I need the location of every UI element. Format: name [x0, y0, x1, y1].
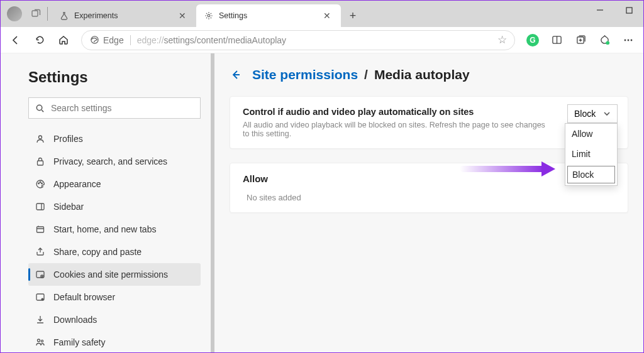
dropdown-option-allow[interactable]: Allow	[565, 124, 617, 144]
svg-point-12	[36, 105, 42, 110]
tab-settings[interactable]: Settings ✕	[196, 4, 341, 27]
svg-point-14	[39, 136, 42, 139]
share-icon	[35, 246, 46, 258]
maximize-button[interactable]	[614, 1, 643, 19]
main-panel: Site permissions / Media autoplay Contro…	[214, 53, 643, 352]
minimize-button[interactable]	[586, 1, 614, 19]
svg-rect-21	[37, 227, 44, 232]
svg-point-25	[42, 298, 44, 301]
svg-point-9	[625, 39, 626, 41]
permissions-icon	[35, 269, 46, 280]
svg-rect-22	[36, 271, 44, 278]
split-screen-icon[interactable]	[545, 29, 568, 52]
separator	[130, 35, 131, 45]
collections-icon[interactable]	[569, 29, 592, 52]
breadcrumb: Site permissions / Media autoplay	[230, 67, 628, 82]
dropdown-option-block[interactable]: Block	[567, 166, 615, 183]
dropdown-value: Block	[574, 109, 596, 119]
sidebar-item-profiles[interactable]: Profiles	[28, 128, 201, 150]
close-icon[interactable]: ✕	[321, 9, 333, 22]
settings-sidebar: Settings Search settings Profiles Privac…	[1, 53, 214, 352]
empty-message: No sites added	[243, 193, 615, 202]
svg-rect-3	[626, 8, 632, 13]
sidebar-item-privacy[interactable]: Privacy, search, and services	[28, 150, 201, 173]
lock-icon	[35, 156, 46, 167]
tab-title: Settings	[219, 11, 321, 20]
svg-point-8	[606, 41, 609, 45]
search-input[interactable]: Search settings	[28, 97, 201, 119]
more-menu-icon[interactable]	[617, 29, 640, 52]
svg-rect-15	[38, 161, 43, 165]
content-area: Settings Search settings Profiles Privac…	[1, 53, 643, 352]
sidebar-item-default-browser[interactable]: Default browser	[28, 286, 201, 308]
breadcrumb-link[interactable]: Site permissions	[252, 67, 358, 82]
back-arrow-icon[interactable]	[230, 68, 246, 81]
sidebar-item-appearance[interactable]: Appearance	[28, 173, 201, 195]
back-button[interactable]	[4, 29, 27, 52]
tab-strip: Experiments ✕ Settings ✕ +	[52, 1, 362, 27]
svg-point-11	[631, 39, 633, 41]
sidebar-item-cookies[interactable]: Cookies and site permissions	[28, 263, 201, 286]
svg-line-13	[42, 110, 43, 112]
settings-menu: Profiles Privacy, search, and services A…	[28, 128, 201, 353]
card-description: All audio and video playback will be blo…	[243, 121, 552, 138]
svg-point-18	[42, 183, 43, 184]
svg-rect-19	[36, 204, 44, 210]
profile-icon	[35, 133, 46, 144]
close-icon[interactable]: ✕	[176, 9, 189, 22]
download-icon	[35, 314, 46, 325]
family-icon	[35, 337, 46, 348]
breadcrumb-separator: /	[364, 67, 368, 82]
browser-toolbar: Edge edge://settings/content/mediaAutopl…	[1, 27, 643, 53]
url-text: edge://settings/content/mediaAutoplay	[137, 35, 286, 45]
sidebar-item-downloads[interactable]: Downloads	[28, 308, 201, 331]
section-title: Allow	[243, 173, 615, 184]
svg-point-27	[41, 340, 43, 342]
gear-icon	[204, 11, 214, 21]
tabs-icon	[35, 224, 46, 235]
edge-icon	[89, 35, 99, 45]
appearance-icon	[35, 178, 46, 190]
breadcrumb-current: Media autoplay	[374, 67, 470, 82]
sidebar-icon	[35, 201, 46, 212]
separator	[47, 7, 48, 21]
autoplay-dropdown-menu: Allow Limit Block	[565, 123, 618, 186]
svg-point-10	[628, 39, 630, 41]
sidebar-item-share[interactable]: Share, copy and paste	[28, 241, 201, 263]
refresh-button[interactable]	[28, 29, 51, 52]
window-controls: ✕	[586, 1, 643, 19]
address-bar[interactable]: Edge edge://settings/content/mediaAutopl…	[81, 30, 515, 50]
browser-icon	[35, 291, 46, 303]
extension-grammarly[interactable]: G	[521, 29, 544, 52]
sidebar-item-sidebar[interactable]: Sidebar	[28, 195, 201, 218]
svg-point-1	[208, 14, 210, 17]
tab-actions-icon[interactable]	[31, 9, 41, 19]
dropdown-option-limit[interactable]: Limit	[565, 144, 617, 164]
svg-rect-0	[32, 11, 38, 16]
profile-avatar[interactable]	[7, 6, 22, 21]
favorite-icon[interactable]: ☆	[497, 33, 507, 46]
svg-point-16	[38, 183, 40, 184]
address-prefix: Edge	[103, 35, 124, 45]
autoplay-control-card: Control if audio and video play automati…	[230, 96, 628, 149]
tab-experiments[interactable]: Experiments ✕	[52, 4, 196, 27]
favorites-icon[interactable]	[593, 29, 616, 52]
page-title: Settings	[28, 68, 201, 86]
flask-icon	[59, 11, 69, 21]
sidebar-item-start[interactable]: Start, home, and new tabs	[28, 218, 201, 241]
svg-point-26	[38, 339, 40, 342]
titlebar: Experiments ✕ Settings ✕ + ✕	[1, 1, 643, 27]
search-icon	[35, 104, 45, 113]
home-button[interactable]	[52, 29, 75, 52]
chevron-down-icon	[603, 110, 611, 117]
search-placeholder: Search settings	[51, 103, 112, 113]
tab-title: Experiments	[74, 11, 176, 20]
card-title: Control if audio and video play automati…	[243, 107, 552, 117]
autoplay-dropdown[interactable]: Block	[567, 104, 618, 123]
sidebar-item-family[interactable]: Family safety	[28, 331, 201, 353]
new-tab-button[interactable]: +	[343, 6, 362, 25]
svg-point-17	[40, 182, 41, 183]
